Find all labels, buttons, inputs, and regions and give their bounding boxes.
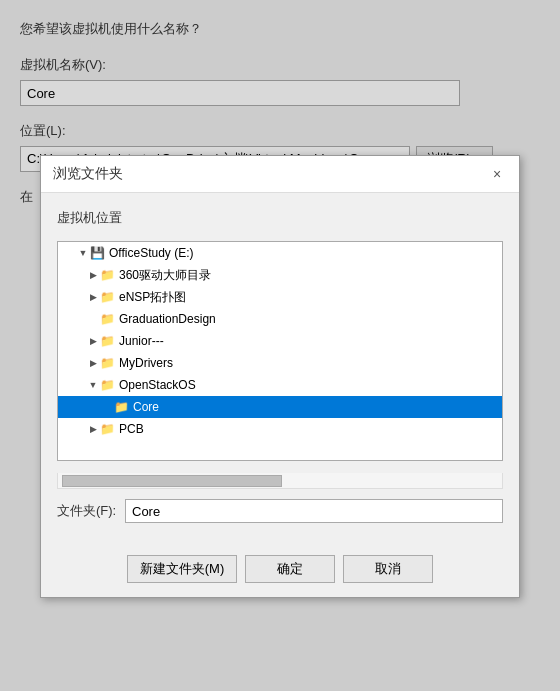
tree-label-ensp: eNSP拓扑图: [119, 289, 186, 306]
folder-icon-core: 📁: [114, 400, 129, 414]
tree-label-root: OfficeStudy (E:): [109, 246, 193, 260]
tree-arrow-junior: [86, 336, 100, 346]
dialog-overlay: 浏览文件夹 × 虚拟机位置 💾 OfficeStudy (E:) 📁: [0, 0, 560, 691]
folder-icon-openstackos: 📁: [100, 378, 115, 392]
tree-hscroll-thumb[interactable]: [62, 475, 282, 487]
tree-label-pcb: PCB: [119, 422, 144, 436]
tree-label-grad: GraduationDesign: [119, 312, 216, 326]
tree-item-root[interactable]: 💾 OfficeStudy (E:): [58, 242, 502, 264]
folder-icon-grad: 📁: [100, 312, 115, 326]
cancel-button[interactable]: 取消: [343, 555, 433, 583]
tree-label-mydrivers: MyDrivers: [119, 356, 173, 370]
folder-field-label: 文件夹(F):: [57, 502, 117, 520]
tree-hscrollbar[interactable]: [57, 473, 503, 489]
tree-arrow-360: [86, 270, 100, 280]
dialog-buttons: 新建文件夹(M) 确定 取消: [41, 547, 519, 597]
tree-item-junior[interactable]: 📁 Junior---: [58, 330, 502, 352]
tree-arrow-root: [76, 248, 90, 258]
tree-arrow-openstackos: [86, 380, 100, 390]
folder-icon-ensp: 📁: [100, 290, 115, 304]
new-folder-button[interactable]: 新建文件夹(M): [127, 555, 238, 583]
tree-item-openstackos[interactable]: 📁 OpenStackOS: [58, 374, 502, 396]
tree-item-core[interactable]: 📁 Core: [58, 396, 502, 418]
tree-item-360[interactable]: 📁 360驱动大师目录: [58, 264, 502, 286]
tree-arrow-mydrivers: [86, 358, 100, 368]
folder-icon-pcb: 📁: [100, 422, 115, 436]
browse-dialog: 浏览文件夹 × 虚拟机位置 💾 OfficeStudy (E:) 📁: [40, 155, 520, 598]
dialog-title: 浏览文件夹: [53, 165, 123, 183]
tree-item-mydrivers[interactable]: 📁 MyDrivers: [58, 352, 502, 374]
folder-icon-mydrivers: 📁: [100, 356, 115, 370]
folder-field-input[interactable]: [125, 499, 503, 523]
dialog-subtitle: 虚拟机位置: [57, 209, 503, 227]
tree-label-core: Core: [133, 400, 159, 414]
drive-icon: 💾: [90, 246, 105, 260]
tree-item-pcb[interactable]: 📁 PCB: [58, 418, 502, 440]
ok-button[interactable]: 确定: [245, 555, 335, 583]
tree-label-openstackos: OpenStackOS: [119, 378, 196, 392]
folder-icon-360: 📁: [100, 268, 115, 282]
folder-field-row: 文件夹(F):: [57, 499, 503, 523]
dialog-body: 虚拟机位置 💾 OfficeStudy (E:) 📁 360驱动大师目录: [41, 193, 519, 547]
tree-item-ensp[interactable]: 📁 eNSP拓扑图: [58, 286, 502, 308]
tree-arrow-pcb: [86, 424, 100, 434]
folder-tree[interactable]: 💾 OfficeStudy (E:) 📁 360驱动大师目录 📁 eNSP拓扑图: [57, 241, 503, 461]
tree-arrow-ensp: [86, 292, 100, 302]
dialog-titlebar: 浏览文件夹 ×: [41, 156, 519, 193]
dialog-close-button[interactable]: ×: [487, 164, 507, 184]
tree-label-360: 360驱动大师目录: [119, 267, 211, 284]
folder-icon-junior: 📁: [100, 334, 115, 348]
tree-label-junior: Junior---: [119, 334, 164, 348]
tree-item-grad[interactable]: 📁 GraduationDesign: [58, 308, 502, 330]
